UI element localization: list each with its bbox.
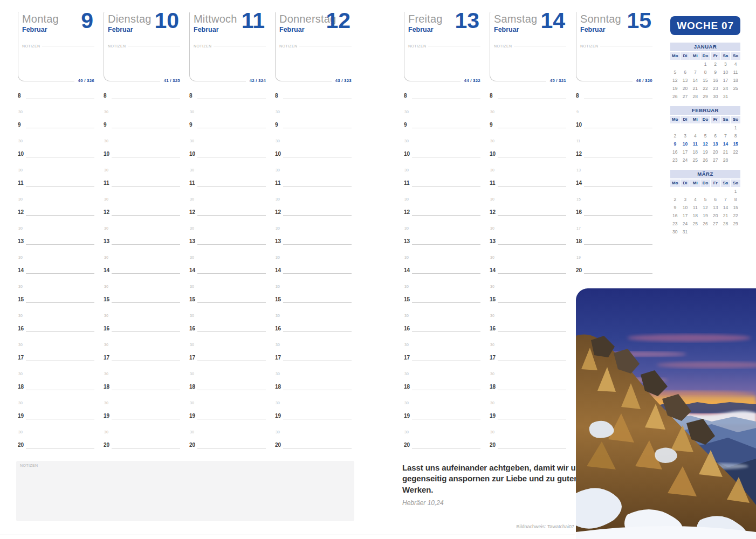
calendar-day: 25: [690, 220, 700, 227]
hour-label: 17: [189, 355, 195, 361]
calendar-day: 13: [681, 77, 690, 84]
mini-calendar-januar: JANUARMoDiMiDoFrSaSo12345678910111213141…: [670, 43, 740, 100]
half-hour-label: 30: [276, 226, 280, 230]
hour-label: 16: [404, 326, 410, 331]
half-hour-label: 30: [104, 372, 108, 376]
time-grid[interactable]: 8309301030113012301330143015301630173018…: [404, 99, 480, 453]
calendar-day: 15: [731, 140, 740, 148]
weekday-label: Do: [700, 179, 710, 187]
calendar-day: 2: [670, 196, 680, 203]
notes-row: NOTIZEN: [22, 44, 94, 48]
quote-text: Lasst uns aufeinander achtgeben, damit w…: [402, 462, 588, 495]
hour-line: [498, 128, 566, 128]
hour-line: [412, 99, 480, 99]
notes-label: NOTIZEN: [279, 44, 298, 48]
hour-label: 11: [490, 180, 496, 186]
hour-label: 19: [18, 413, 24, 419]
hour-label: 17: [490, 355, 496, 361]
half-hour-label: 30: [276, 255, 280, 259]
time-grid[interactable]: 8309301030113012301330143015301630173018…: [189, 99, 266, 453]
half-hour-label: 30: [490, 314, 494, 317]
calendar-day: 29: [700, 93, 710, 100]
hour-label: 10: [189, 151, 195, 157]
calendar-day: [700, 228, 710, 236]
day-header: DienstagFebruar10NOTIZEN41 / 325: [104, 12, 180, 81]
hour-line: [498, 448, 566, 448]
hour-label: 13: [104, 238, 109, 244]
hour-label: 14: [576, 180, 582, 186]
half-hour-label: 30: [190, 372, 194, 376]
hour-line: [26, 99, 94, 99]
hour-line: [412, 157, 480, 157]
hour-label: 13: [18, 238, 24, 244]
hour-line: [283, 361, 352, 361]
half-hour-label: 30: [276, 285, 280, 288]
hour-label: 10: [104, 151, 109, 157]
hour-line: [26, 419, 94, 419]
bottom-notes-box[interactable]: NOTIZEN: [16, 461, 354, 521]
calendar-day: 31: [721, 93, 731, 100]
hour-line: [112, 128, 180, 128]
calendar-week-row: 262728293031: [670, 93, 740, 100]
hour-label: 9: [404, 122, 407, 128]
time-grid[interactable]: 8309301030113012301330143015301630173018…: [104, 99, 180, 453]
day-header: FreitagFebruar13NOTIZEN44 / 322: [404, 12, 480, 81]
hour-line: [197, 361, 266, 361]
half-hour-label: 30: [490, 285, 494, 288]
hour-line: [197, 215, 266, 216]
hour-label: 16: [490, 326, 496, 331]
half-hour-label: 30: [104, 255, 108, 259]
calendar-day: 3: [721, 60, 731, 68]
calendar-day: 16: [670, 148, 680, 156]
weekday-label: So: [731, 179, 740, 187]
calendar-day: 14: [721, 140, 731, 148]
calendar-day: 8: [731, 132, 740, 140]
time-grid[interactable]: 8309301030113012301330143015301630173018…: [490, 99, 566, 453]
hour-line: [412, 244, 480, 245]
calendar-weekday-row: MoDiMiDoFrSaSo: [670, 179, 740, 187]
hour-label: 8: [189, 93, 193, 99]
calendar-day: 17: [721, 77, 731, 84]
calendar-day: 4: [690, 196, 700, 203]
between-hour-label: 11: [576, 139, 580, 143]
hour-line: [584, 99, 652, 99]
hour-label: 18: [104, 384, 109, 390]
day-of-year-counter: 41 / 325: [160, 78, 180, 83]
hour-line: [412, 390, 480, 390]
calendar-day: [681, 124, 690, 132]
calendar-week-row: 1234: [670, 60, 740, 68]
hour-label: 9: [275, 122, 278, 128]
half-hour-label: 30: [104, 197, 108, 201]
time-grid[interactable]: 8309301030113012301330143015301630173018…: [18, 99, 94, 453]
time-grid[interactable]: 8309301030113012301330143015301630173018…: [275, 99, 352, 453]
half-hour-label: 30: [490, 430, 494, 434]
hour-label: 17: [18, 355, 24, 361]
half-hour-label: 30: [490, 372, 494, 376]
half-hour-label: 30: [190, 168, 194, 172]
hour-line: [283, 244, 352, 245]
half-hour-label: 30: [190, 139, 194, 143]
half-hour-label: 30: [18, 430, 23, 434]
notes-row: NOTIZEN: [279, 44, 352, 48]
hour-line: [412, 302, 480, 303]
hour-label: 14: [104, 267, 109, 273]
hour-line: [584, 128, 652, 128]
day-date: 14: [540, 8, 565, 33]
calendar-day: 5: [700, 132, 710, 140]
hour-line: [412, 331, 480, 332]
weekday-label: Di: [681, 116, 690, 123]
hour-label: 10: [18, 151, 24, 157]
hour-line: [584, 215, 652, 216]
day-of-year-counter: 46 / 320: [633, 78, 652, 83]
hour-line: [112, 186, 180, 186]
hour-line: [197, 244, 266, 245]
half-hour-label: 30: [404, 197, 409, 201]
hour-line: [498, 99, 566, 99]
half-hour-label: 30: [18, 372, 23, 376]
weekday-label: So: [731, 52, 740, 60]
half-hour-label: 30: [104, 343, 108, 347]
time-grid[interactable]: 891011121314151617181920: [576, 99, 652, 279]
hour-label: 19: [189, 413, 195, 419]
calendar-day: 9: [711, 68, 720, 76]
notes-label: NOTIZEN: [16, 461, 354, 467]
